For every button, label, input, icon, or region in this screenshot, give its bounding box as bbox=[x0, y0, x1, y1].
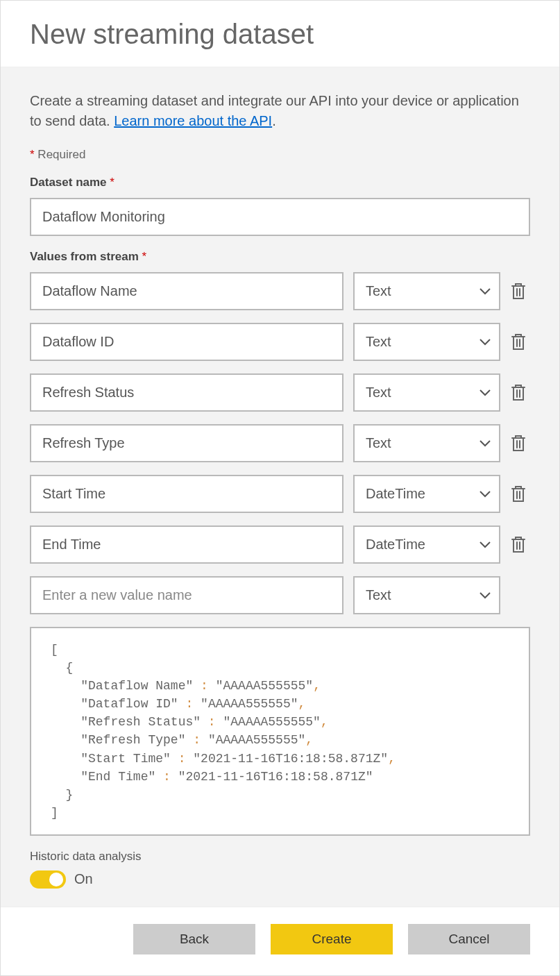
stream-value-type-select[interactable]: Text bbox=[353, 373, 500, 412]
dialog-footer: Back Create Cancel bbox=[1, 907, 559, 975]
stream-value-type-select[interactable]: Text bbox=[353, 323, 500, 361]
select-value: DateTime bbox=[355, 476, 499, 512]
trash-icon[interactable] bbox=[510, 333, 529, 352]
stream-value-name-input[interactable] bbox=[30, 373, 343, 412]
json-preview: [ { "Dataflow Name" : "AAAAA555555", "Da… bbox=[30, 627, 530, 836]
historic-state-text: On bbox=[74, 871, 93, 887]
historic-label: Historic data analysis bbox=[30, 850, 530, 864]
historic-toggle-row: On bbox=[30, 870, 530, 889]
new-value-type-select[interactable]: Text bbox=[353, 576, 500, 614]
toggle-knob bbox=[49, 873, 63, 886]
stream-value-type-select[interactable]: Text bbox=[353, 424, 500, 462]
stream-value-row: Text bbox=[30, 323, 530, 361]
stream-value-name-input[interactable] bbox=[30, 424, 343, 462]
select-value: DateTime bbox=[355, 527, 499, 562]
trash-icon[interactable] bbox=[510, 282, 529, 301]
required-asterisk: * bbox=[142, 250, 147, 263]
historic-toggle[interactable] bbox=[30, 870, 66, 889]
stream-value-type-select[interactable]: DateTime bbox=[353, 475, 500, 513]
stream-value-new-row: Text bbox=[30, 576, 530, 614]
required-note: * Required bbox=[30, 148, 530, 162]
dataset-name-input[interactable] bbox=[30, 198, 530, 236]
description: Create a streaming dataset and integrate… bbox=[30, 91, 530, 131]
dialog-body: Create a streaming dataset and integrate… bbox=[1, 67, 559, 907]
stream-value-row: Text bbox=[30, 373, 530, 412]
select-value: Text bbox=[355, 324, 499, 360]
trash-icon[interactable] bbox=[510, 485, 529, 504]
stream-value-row: DateTime bbox=[30, 475, 530, 513]
values-from-stream-label: Values from stream * bbox=[30, 250, 530, 264]
back-button[interactable]: Back bbox=[133, 924, 255, 954]
stream-value-type-select[interactable]: Text bbox=[353, 272, 500, 310]
stream-value-row: Text bbox=[30, 272, 530, 310]
dialog-title: New streaming dataset bbox=[30, 19, 530, 50]
select-value: Text bbox=[355, 375, 499, 410]
stream-value-name-input[interactable] bbox=[30, 323, 343, 361]
required-asterisk: * bbox=[30, 148, 35, 161]
trash-icon[interactable] bbox=[510, 434, 529, 453]
dataset-name-label: Dataset name * bbox=[30, 176, 530, 190]
stream-value-row: Text bbox=[30, 424, 530, 462]
learn-more-link[interactable]: Learn more about the API bbox=[114, 113, 272, 128]
trash-icon[interactable] bbox=[510, 535, 529, 555]
trash-icon[interactable] bbox=[510, 383, 529, 403]
dialog: New streaming dataset Create a streaming… bbox=[0, 0, 560, 976]
required-asterisk: * bbox=[110, 176, 114, 189]
select-value: Text bbox=[355, 578, 499, 613]
dialog-header: New streaming dataset bbox=[1, 1, 559, 67]
cancel-button[interactable]: Cancel bbox=[408, 924, 530, 954]
description-suffix: . bbox=[272, 113, 276, 128]
select-value: Text bbox=[355, 426, 499, 461]
create-button[interactable]: Create bbox=[271, 924, 393, 954]
stream-value-type-select[interactable]: DateTime bbox=[353, 525, 500, 564]
select-value: Text bbox=[355, 274, 499, 309]
stream-value-name-input[interactable] bbox=[30, 525, 343, 564]
stream-value-name-input[interactable] bbox=[30, 475, 343, 513]
stream-value-row: DateTime bbox=[30, 525, 530, 564]
stream-value-name-input[interactable] bbox=[30, 272, 343, 310]
required-label: Required bbox=[37, 148, 85, 161]
stream-value-rows: TextTextTextTextDateTimeDateTimeText bbox=[30, 272, 530, 614]
new-value-name-input[interactable] bbox=[30, 576, 343, 614]
